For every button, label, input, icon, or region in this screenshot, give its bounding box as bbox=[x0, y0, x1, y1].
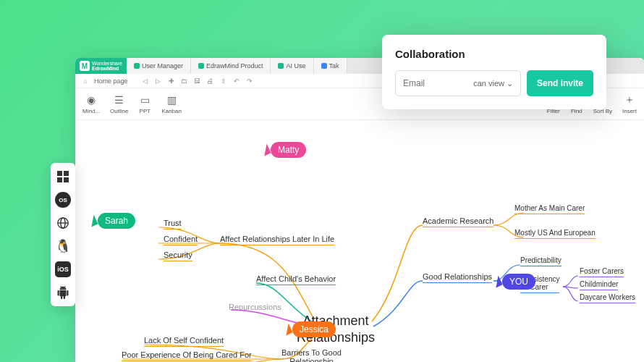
cursor-you: YOU bbox=[493, 274, 535, 290]
node-predict[interactable]: Predictability bbox=[520, 256, 562, 266]
collab-title: Collaboration bbox=[395, 48, 593, 60]
node-barriers[interactable]: Barriers To Good Relationship bbox=[281, 348, 342, 362]
os-windows[interactable] bbox=[55, 169, 71, 185]
node-daycare[interactable]: Daycare Workers bbox=[580, 293, 635, 303]
forward-icon[interactable]: ▷ bbox=[154, 77, 163, 85]
outline-icon: ☰ bbox=[113, 93, 126, 106]
kanban-icon: ▥ bbox=[165, 93, 178, 106]
view-mindmap[interactable]: ◉Mind... bbox=[82, 93, 100, 114]
os-linux[interactable]: 🐧 bbox=[55, 238, 71, 254]
export-icon[interactable]: ⇪ bbox=[219, 77, 228, 85]
tab-tak[interactable]: Tak bbox=[314, 58, 347, 74]
home-label: Home page bbox=[94, 77, 128, 85]
view-ppt[interactable]: ▭PPT bbox=[138, 93, 151, 114]
node-goodrel[interactable]: Good Relationships bbox=[423, 272, 492, 283]
cursor-icon bbox=[88, 215, 98, 227]
os-panel: OS 🐧 iOS bbox=[51, 163, 75, 306]
os-mac[interactable]: OS bbox=[55, 192, 71, 208]
logo-icon: M bbox=[80, 61, 90, 71]
brand-top: Wondershare bbox=[92, 61, 122, 66]
undo-icon[interactable]: ↶ bbox=[232, 77, 241, 85]
back-icon[interactable]: ◁ bbox=[141, 77, 150, 85]
os-web[interactable] bbox=[55, 215, 71, 231]
folder-icon[interactable]: 🗀 bbox=[180, 77, 189, 85]
node-lack[interactable]: Lack Of Self Confident bbox=[144, 336, 224, 347]
os-android[interactable] bbox=[55, 285, 71, 300]
cursor-sarah: Sarah bbox=[89, 213, 135, 229]
node-trust[interactable]: Trust bbox=[164, 219, 182, 230]
node-security[interactable]: Security bbox=[164, 251, 192, 261]
os-ios[interactable]: iOS bbox=[55, 261, 71, 277]
node-foster[interactable]: Foster Carers bbox=[580, 267, 624, 277]
node-affect-later[interactable]: Affect Relationships Later In Life bbox=[220, 235, 334, 245]
permission-select[interactable]: can view⌄ bbox=[473, 79, 513, 88]
mindmap-icon: ◉ bbox=[85, 93, 98, 106]
svg-rect-1 bbox=[64, 171, 69, 176]
insert-icon: ＋ bbox=[623, 93, 636, 106]
view-outline[interactable]: ☰Outline bbox=[110, 93, 128, 114]
node-affect-child[interactable]: Affect Child's Behavior bbox=[256, 274, 336, 285]
tab-user-manager[interactable]: User Manager bbox=[127, 58, 191, 74]
node-repurcussions[interactable]: Repurcussions bbox=[229, 303, 281, 311]
home-icon[interactable]: ⌂ bbox=[81, 77, 90, 85]
node-poor[interactable]: Poor Experience Of Being Cared For bbox=[122, 350, 252, 361]
svg-rect-2 bbox=[57, 177, 62, 182]
node-mother[interactable]: Mother As Main Carer bbox=[514, 204, 585, 214]
cursor-icon bbox=[282, 324, 293, 336]
save-icon[interactable]: 🖫 bbox=[193, 77, 202, 85]
insert-button[interactable]: ＋Insert bbox=[622, 93, 637, 114]
send-invite-button[interactable]: Send invite bbox=[527, 70, 593, 96]
node-childminder[interactable]: Childminder bbox=[580, 280, 618, 290]
redo-icon[interactable]: ↷ bbox=[245, 77, 254, 85]
cursor-jessica: Jessica bbox=[284, 321, 336, 337]
svg-rect-3 bbox=[64, 177, 69, 182]
collab-input-wrap: can view⌄ bbox=[395, 70, 521, 96]
email-field[interactable] bbox=[403, 78, 454, 88]
cursor-icon bbox=[260, 144, 271, 156]
tab-edrawmind-product[interactable]: EdrawMind Product bbox=[191, 58, 271, 74]
tab-ai-use[interactable]: AI Use bbox=[271, 58, 313, 74]
new-icon[interactable]: ✚ bbox=[167, 77, 176, 85]
node-confident[interactable]: Confident bbox=[164, 235, 198, 245]
brand-logo: M Wondershare EdrawMind bbox=[75, 58, 127, 74]
node-mostly[interactable]: Mostly US And European bbox=[514, 229, 596, 239]
mindmap-canvas[interactable]: Attachment Relationships Affect Relation… bbox=[75, 120, 644, 362]
cursor-matty: Matty bbox=[262, 142, 306, 158]
print-icon[interactable]: 🖨 bbox=[206, 77, 215, 85]
collaboration-panel: Collaboration can view⌄ Send invite bbox=[382, 35, 606, 109]
brand-name: EdrawMind bbox=[92, 66, 122, 71]
cursor-icon bbox=[492, 276, 503, 288]
node-academic[interactable]: Academic Research bbox=[423, 216, 493, 227]
svg-rect-0 bbox=[57, 171, 62, 176]
chevron-down-icon: ⌄ bbox=[507, 79, 513, 88]
ppt-icon: ▭ bbox=[138, 93, 151, 106]
view-kanban[interactable]: ▥Kanban bbox=[161, 93, 182, 114]
